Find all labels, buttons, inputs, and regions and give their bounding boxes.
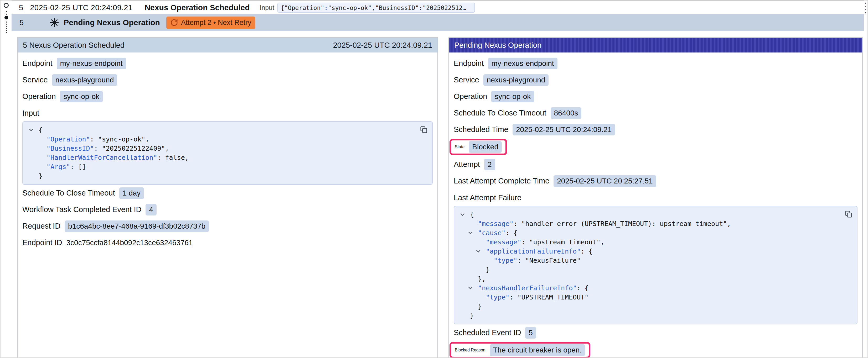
field-workflow-task-completed-event-id: Workflow Task Completed Event ID4	[22, 201, 433, 218]
code-line: "Args": []	[28, 162, 427, 171]
field-service: Servicenexus-playground	[454, 72, 858, 88]
pending-event-id-link[interactable]: 5	[20, 19, 24, 27]
state-badge: Blocked	[469, 141, 502, 153]
blocked-reason-badge: The circuit breaker is open.	[490, 344, 585, 356]
json-text: },	[478, 275, 486, 283]
field-label: Workflow Task Completed Event ID	[22, 205, 141, 214]
code-line: }	[460, 311, 852, 320]
json-text: : []	[70, 163, 86, 171]
field-service: Servicenexus-playground	[22, 72, 433, 88]
json-text: }	[478, 303, 482, 310]
field-last-attempt-complete-time: Last Attempt Complete Time2025-02-25 UTC…	[454, 173, 858, 189]
retry-icon	[170, 19, 178, 26]
event-history-panel: 5 2025-02-25 UTC 20:24:09.21 Nexus Opera…	[11, 1, 864, 358]
collapse-chevron-icon[interactable]	[468, 230, 473, 234]
code-line: "type": "NexusFailure"	[460, 256, 852, 265]
json-text: : "upstream timeout",	[521, 238, 604, 246]
json-key: "message"	[478, 220, 513, 228]
code-line: "HandlerWaitForCancellation": false,	[28, 153, 427, 162]
code-line: "cause": {	[460, 228, 852, 237]
pending-operation-row[interactable]: 5 Pending Nexus Operation Attempt 2 • Ne…	[11, 14, 864, 31]
event-timestamp: 2025-02-25 UTC 20:24:09.21	[30, 3, 132, 12]
annotation-highlight-blocked-reason: Blocked Reason The circuit breaker is op…	[450, 342, 590, 358]
json-key: "cause"	[478, 229, 505, 237]
code-line: "applicationFailureInfo": {	[460, 247, 852, 256]
field-schedule-to-close-timeout: Schedule To Close Timeout86400s	[454, 105, 858, 121]
input-preview: {"Operation":"sync-op-ok","BusinessID":"…	[277, 3, 475, 12]
fields-top: Endpointmy-nexus-endpointServicenexus-pl…	[454, 55, 858, 138]
field-label: Operation	[454, 92, 487, 101]
field-label: Service	[454, 75, 479, 84]
collapse-chevron-icon[interactable]	[29, 127, 33, 131]
field-label: Schedule To Close Timeout	[22, 189, 115, 197]
scheduled-event-header-title: 5 Nexus Operation Scheduled	[23, 41, 125, 50]
annotation-highlight-state: State Blocked	[450, 139, 507, 155]
code-line: }	[460, 302, 852, 311]
code-line: }	[28, 171, 427, 181]
endpoint-id-link[interactable]: 3c0c75ccfa8144b092c13ce632463761	[66, 238, 193, 247]
timeline-connector	[6, 22, 7, 33]
field-scheduled-time: Scheduled Time2025-02-25 UTC 20:24:09.21	[454, 121, 858, 138]
field-scheduled-event-id: Scheduled Event ID 5	[454, 324, 858, 341]
timeline-event-dot[interactable]	[4, 16, 8, 20]
json-key: "applicationFailureInfo"	[486, 248, 581, 255]
failure-section-label: Last Attempt Failure	[454, 193, 858, 202]
json-key: "message"	[486, 238, 521, 246]
field-value-badge: my-nexus-endpoint	[488, 58, 557, 69]
json-text: : "handler error (UPSTREAM_TIMEOUT): ups…	[513, 220, 731, 228]
blocked-reason-field-row: Blocked Reason The circuit breaker is op…	[454, 341, 858, 358]
fields-mid: Attempt2Last Attempt Complete Time2025-0…	[454, 156, 858, 189]
field-endpoint: Endpointmy-nexus-endpoint	[454, 55, 858, 72]
json-key: "Operation"	[46, 135, 90, 143]
field-value-badge: nexus-playground	[484, 74, 549, 86]
field-label: Endpoint	[22, 59, 53, 68]
json-text: : "sync-op-ok",	[90, 135, 150, 143]
pending-operation-header-title: Pending Nexus Operation	[454, 41, 541, 50]
json-text: {	[39, 126, 42, 134]
json-key: "nexusHandlerFailureInfo"	[478, 284, 577, 292]
field-label: Service	[22, 75, 48, 84]
pending-operation-detail-panel: Pending Nexus Operation Endpointmy-nexus…	[448, 37, 863, 358]
field-label: Endpoint ID	[22, 238, 62, 247]
code-line: "message": "handler error (UPSTREAM_TIME…	[460, 219, 852, 228]
field-endpoint: Endpointmy-nexus-endpoint	[22, 55, 433, 72]
code-line: {	[28, 126, 427, 135]
event-title: Nexus Operation Scheduled	[145, 3, 250, 12]
json-text: : "NexusFailure"	[517, 257, 581, 264]
field-request-id: Request IDb1c6a4bc-8ee7-468a-9169-df3b02…	[22, 218, 433, 234]
code-line: "type": "UPSTREAM_TIMEOUT"	[460, 293, 852, 302]
json-text: : {	[577, 284, 588, 292]
field-endpoint-id: Endpoint ID 3c0c75ccfa8144b092c13ce63246…	[22, 234, 433, 251]
json-lines: {"message": "handler error (UPSTREAM_TIM…	[460, 210, 852, 320]
collapse-chevron-icon[interactable]	[476, 249, 480, 253]
event-id-link[interactable]: 5	[19, 3, 23, 12]
collapse-chevron-icon[interactable]	[461, 212, 465, 216]
field-value-badge: 5	[525, 327, 536, 338]
json-key: "type"	[494, 257, 517, 264]
failure-json-viewer: {"message": "handler error (UPSTREAM_TIM…	[454, 206, 858, 324]
field-label: Request ID	[22, 222, 60, 230]
fields-bottom: Schedule To Close Timeout1 dayWorkflow T…	[22, 185, 433, 234]
timeline-rail	[1, 1, 11, 357]
field-attempt: Attempt2	[454, 156, 858, 173]
code-line: "message": "upstream timeout",	[460, 237, 852, 247]
collapse-chevron-icon[interactable]	[468, 285, 473, 290]
field-label: Endpoint	[454, 59, 484, 68]
state-field-row: State Blocked	[454, 138, 858, 156]
scheduled-event-header: 5 Nexus Operation Scheduled 2025-02-25 U…	[18, 38, 437, 53]
json-text: }	[39, 172, 42, 180]
field-label: Schedule To Close Timeout	[454, 109, 547, 117]
field-operation: Operationsync-op-ok	[22, 88, 433, 105]
field-value-badge: sync-op-ok	[60, 91, 103, 102]
input-label: Input	[260, 4, 275, 11]
field-label: Scheduled Time	[454, 125, 508, 134]
fields-top: Endpointmy-nexus-endpointServicenexus-pl…	[22, 55, 433, 105]
field-value-badge: 2	[484, 159, 495, 170]
event-row-nexus-operation-scheduled[interactable]: 5 2025-02-25 UTC 20:24:09.21 Nexus Opera…	[11, 1, 864, 14]
field-label: Scheduled Event ID	[454, 328, 521, 337]
input-section-label: Input	[22, 109, 433, 118]
field-value-badge: 4	[146, 204, 157, 216]
code-line: },	[460, 274, 852, 284]
scrollbar-dots[interactable]	[865, 3, 866, 13]
json-text: : {	[581, 248, 592, 255]
